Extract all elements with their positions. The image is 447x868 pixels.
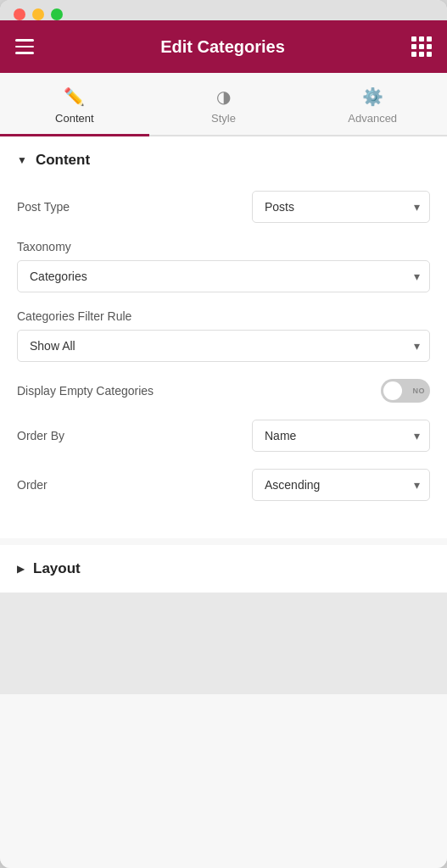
content-section: ▼ Content Post Type Posts Pages Custom P… [0, 136, 447, 538]
bottom-area [0, 593, 447, 694]
layout-section: ▶ Layout [0, 545, 447, 593]
taxonomy-select[interactable]: Categories Tags Custom Taxonomy [17, 260, 430, 292]
toggle-no-label: NO [413, 387, 426, 395]
tab-content-label: Content [55, 112, 94, 125]
section-collapse-arrow: ▼ [17, 154, 27, 166]
tab-style[interactable]: ◑ Style [149, 73, 299, 135]
display-empty-categories-toggle-wrapper: NO [381, 379, 430, 403]
minimize-button[interactable] [32, 8, 44, 20]
taxonomy-row: Taxonomy Categories Tags Custom Taxonomy… [17, 240, 430, 292]
display-empty-categories-label: Display Empty Categories [17, 384, 154, 398]
content-section-header[interactable]: ▼ Content [0, 136, 447, 184]
categories-filter-rule-label: Categories Filter Rule [17, 309, 430, 323]
menu-icon[interactable] [15, 39, 34, 54]
pencil-icon: ✏️ [64, 86, 85, 107]
order-by-select-wrapper: Name ID Count Slug ▾ [252, 420, 430, 452]
post-type-select-wrapper: Posts Pages Custom Post Type ▾ [252, 191, 430, 223]
display-empty-categories-row: Display Empty Categories NO [17, 379, 430, 403]
tab-content[interactable]: ✏️ Content [0, 73, 149, 135]
tabs: ✏️ Content ◑ Style ⚙️ Advanced [0, 73, 447, 136]
categories-filter-rule-select[interactable]: Show All Include Exclude [17, 330, 430, 362]
order-row: Order Ascending Descending ▾ [17, 469, 430, 501]
toggle-slider: NO [381, 379, 430, 403]
taxonomy-label: Taxonomy [17, 240, 430, 253]
tab-advanced-label: Advanced [348, 112, 397, 125]
maximize-button[interactable] [51, 8, 63, 20]
header-title: Edit Categories [160, 37, 285, 57]
layout-expand-arrow: ▶ [17, 563, 25, 575]
post-type-label: Post Type [17, 200, 70, 214]
order-by-select[interactable]: Name ID Count Slug [252, 420, 430, 452]
content-section-body: Post Type Posts Pages Custom Post Type ▾… [0, 184, 447, 538]
header: Edit Categories [0, 20, 447, 73]
title-bar [0, 0, 447, 20]
tab-advanced[interactable]: ⚙️ Advanced [298, 73, 447, 135]
categories-filter-rule-select-wrapper: Show All Include Exclude ▾ [17, 330, 430, 362]
main-content: ▼ Content Post Type Posts Pages Custom P… [0, 136, 447, 868]
layout-section-header[interactable]: ▶ Layout [0, 545, 447, 593]
grid-icon[interactable] [411, 36, 432, 57]
content-section-title: Content [36, 152, 90, 169]
circle-half-icon: ◑ [216, 86, 231, 107]
app-window: Edit Categories ✏️ Content ◑ Style ⚙️ Ad… [0, 0, 447, 868]
display-empty-categories-toggle[interactable]: NO [381, 379, 430, 403]
post-type-row: Post Type Posts Pages Custom Post Type ▾ [17, 191, 430, 223]
close-button[interactable] [14, 8, 25, 20]
order-by-row: Order By Name ID Count Slug ▾ [17, 420, 430, 452]
order-select[interactable]: Ascending Descending [252, 469, 430, 501]
order-label: Order [17, 478, 47, 492]
taxonomy-select-wrapper: Categories Tags Custom Taxonomy ▾ [17, 260, 430, 292]
post-type-select[interactable]: Posts Pages Custom Post Type [252, 191, 430, 223]
order-by-label: Order By [17, 429, 64, 442]
gear-icon: ⚙️ [362, 86, 383, 107]
categories-filter-rule-row: Categories Filter Rule Show All Include … [17, 309, 430, 362]
order-select-wrapper: Ascending Descending ▾ [252, 469, 430, 501]
layout-section-title: Layout [33, 560, 81, 577]
tab-style-label: Style [211, 112, 236, 125]
